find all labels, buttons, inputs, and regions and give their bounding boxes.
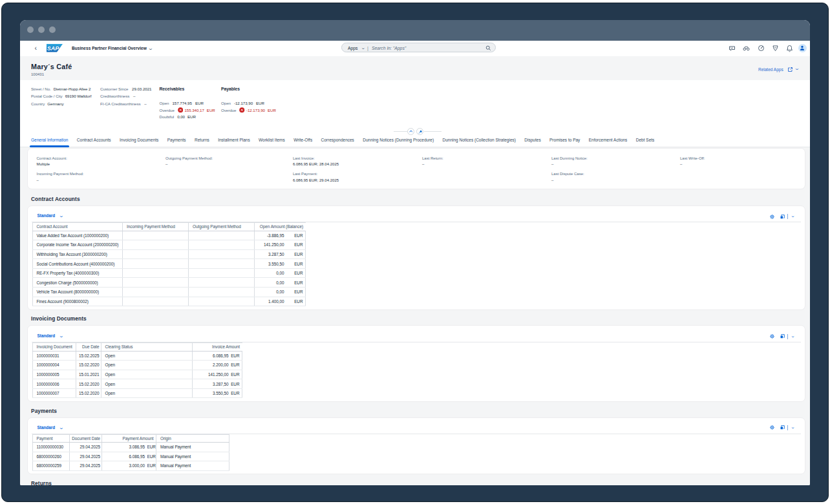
svg-text:SAP: SAP [47,45,59,52]
